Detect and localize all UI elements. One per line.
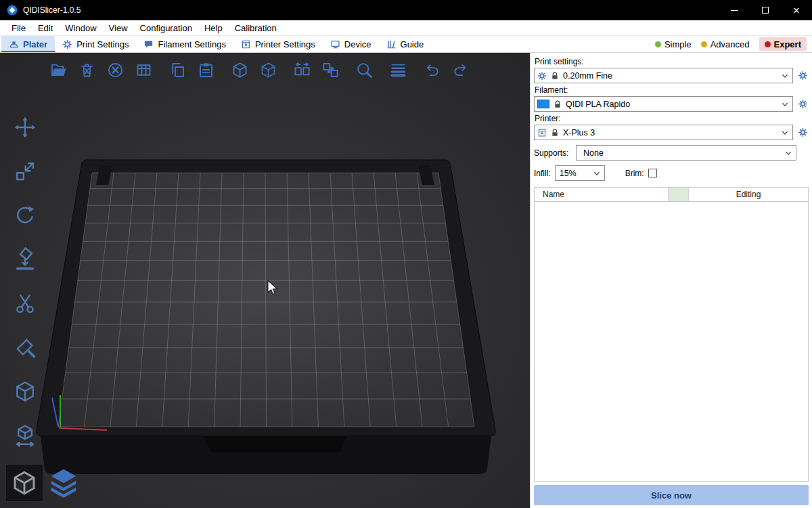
filament-color-swatch xyxy=(537,100,549,108)
filament-select[interactable]: QIDI PLA Rapido xyxy=(534,96,793,112)
window-title: QIDISlicer-1.0.5 xyxy=(23,5,81,15)
scale-button[interactable] xyxy=(7,156,43,187)
build-plate-scene[interactable] xyxy=(0,53,530,508)
maximize-icon xyxy=(762,7,769,14)
menu-view[interactable]: View xyxy=(103,20,134,35)
tab-filament-settings[interactable]: Filament Settings xyxy=(136,36,233,52)
3d-editor-view-icon xyxy=(10,469,39,497)
filament-gear-button[interactable] xyxy=(796,98,809,110)
printer-select[interactable]: X-Plus 3 xyxy=(534,125,793,140)
search-icon xyxy=(355,61,374,79)
mode-expert[interactable]: Expert xyxy=(759,37,807,51)
support-paint-button[interactable] xyxy=(7,332,43,363)
3d-editor-view-button[interactable] xyxy=(5,464,43,502)
add-instance-icon xyxy=(231,61,249,79)
printer-gear-button[interactable] xyxy=(796,127,809,139)
chevron-down-icon xyxy=(780,71,790,81)
rotate-button[interactable] xyxy=(7,200,43,231)
paste-icon xyxy=(197,61,215,79)
minimize-button[interactable] xyxy=(719,0,750,20)
gear-icon xyxy=(537,71,547,81)
tab-bar: Plater Print Settings Filament Settings … xyxy=(0,36,812,53)
menu-calibration[interactable]: Calibration xyxy=(229,20,283,35)
filament-settings-icon xyxy=(143,39,154,49)
simple-mode-dot-icon xyxy=(655,41,661,47)
redo-icon xyxy=(451,61,470,79)
arrange-button[interactable] xyxy=(132,57,155,83)
remove-instance-button[interactable] xyxy=(256,57,279,83)
brim-checkbox[interactable] xyxy=(648,169,657,177)
supports-value: None xyxy=(579,148,780,158)
move-button[interactable] xyxy=(7,112,43,143)
printer-icon xyxy=(537,128,547,137)
copy-button[interactable] xyxy=(166,57,189,83)
chevron-down-icon xyxy=(592,169,602,178)
object-list[interactable] xyxy=(534,202,809,482)
tab-print-settings[interactable]: Print Settings xyxy=(55,36,136,52)
import-button[interactable] xyxy=(47,57,70,83)
add-instance-button[interactable] xyxy=(228,57,251,83)
cut-icon xyxy=(13,291,37,316)
menu-file[interactable]: File xyxy=(5,20,32,35)
menu-window[interactable]: Window xyxy=(59,20,102,35)
infill-label: Infill: xyxy=(534,169,551,178)
print-settings-select[interactable]: 0.20mm Fine xyxy=(534,68,793,83)
delete-all-icon xyxy=(106,61,125,79)
undo-button[interactable] xyxy=(420,57,443,83)
close-icon: ✕ xyxy=(793,6,800,15)
plater-icon xyxy=(9,39,19,49)
seam-icon xyxy=(13,379,37,404)
paste-button[interactable] xyxy=(194,57,217,83)
printer-settings-icon xyxy=(241,39,251,49)
arrange-icon xyxy=(135,61,153,79)
column-editing: Editing xyxy=(689,188,808,201)
printer-value: X-Plus 3 xyxy=(563,128,777,137)
menu-configuration[interactable]: Configuration xyxy=(134,20,198,35)
delete-button[interactable] xyxy=(75,57,98,83)
tab-device[interactable]: Device xyxy=(323,36,379,52)
tab-guide[interactable]: Guide xyxy=(379,36,432,52)
measure-button[interactable] xyxy=(7,420,43,451)
tab-plater[interactable]: Plater xyxy=(1,36,55,52)
infill-value: 15% xyxy=(558,169,589,178)
menu-edit[interactable]: Edit xyxy=(32,20,59,35)
mode-advanced[interactable]: Advanced xyxy=(701,37,750,51)
remove-instance-icon xyxy=(259,61,277,79)
tab-printer-settings[interactable]: Printer Settings xyxy=(233,36,323,52)
app-window: QIDISlicer-1.0.5 ✕ File Edit Window View… xyxy=(0,0,812,508)
viewport-3d[interactable] xyxy=(0,53,530,508)
preview-layers-button[interactable] xyxy=(46,464,81,502)
printer-label: Printer: xyxy=(535,114,809,123)
search-button[interactable] xyxy=(353,57,376,83)
close-button[interactable]: ✕ xyxy=(781,0,812,20)
cut-button[interactable] xyxy=(7,288,43,319)
delete-all-button[interactable] xyxy=(104,57,127,83)
menu-help[interactable]: Help xyxy=(198,20,229,35)
redo-button[interactable] xyxy=(449,57,472,83)
chevron-down-icon xyxy=(780,128,790,137)
view-toggles xyxy=(5,464,81,502)
title-bar[interactable]: QIDISlicer-1.0.5 ✕ xyxy=(0,0,812,20)
sidebar: Print settings: 0.20mm Fine Filament: QI… xyxy=(530,53,812,508)
menu-bar: File Edit Window View Configuration Help… xyxy=(0,20,812,36)
split-objects-button[interactable] xyxy=(290,57,313,83)
variable-layer-height-button[interactable] xyxy=(386,57,409,83)
platform-handle xyxy=(203,436,346,452)
seam-button[interactable] xyxy=(7,376,43,407)
place-on-face-button[interactable] xyxy=(7,244,43,275)
supports-select[interactable]: None xyxy=(576,145,796,161)
expert-mode-dot-icon xyxy=(765,41,771,47)
support-paint-icon xyxy=(13,335,37,360)
maximize-button[interactable] xyxy=(750,0,781,20)
gizmo-toolbar xyxy=(7,112,43,451)
split-parts-button[interactable] xyxy=(319,57,342,83)
column-name: Name xyxy=(535,188,669,201)
minimize-icon xyxy=(731,10,738,11)
print-settings-gear-button[interactable] xyxy=(796,70,809,82)
mode-simple[interactable]: Simple xyxy=(655,37,692,51)
slice-now-button[interactable]: Slice now xyxy=(534,485,809,505)
object-list-table: Name Editing xyxy=(534,187,809,482)
infill-select[interactable]: 15% xyxy=(555,165,605,181)
lock-icon xyxy=(553,100,562,109)
advanced-mode-dot-icon xyxy=(701,41,707,47)
